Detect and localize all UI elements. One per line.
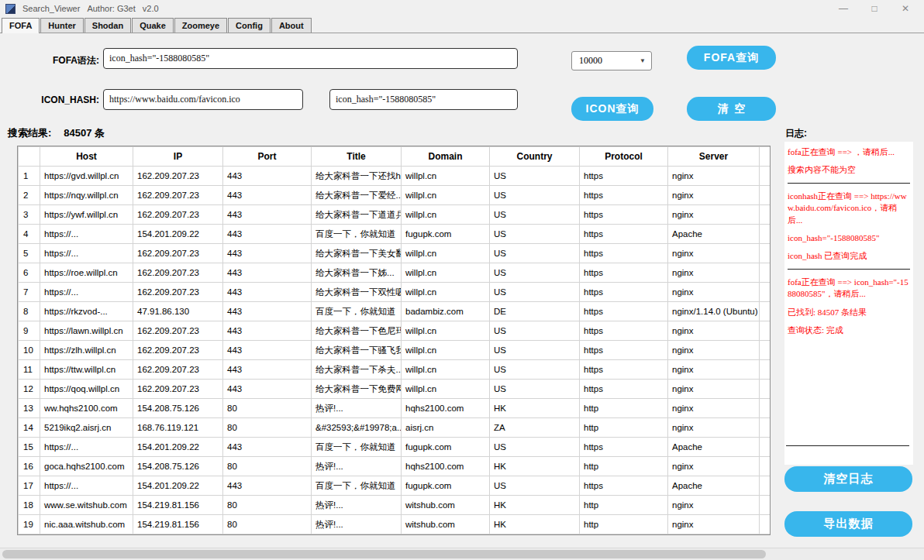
table-row[interactable]: 4https://...154.201.209.22443百度一下，你就知道fu… (19, 225, 771, 244)
table-row[interactable]: 8https://rkzvod-...47.91.86.130443百度一下，你… (19, 302, 771, 321)
table-row[interactable]: 13ww.hqhs2100.com154.208.75.12680热评!...h… (19, 399, 771, 418)
row-stub (760, 263, 771, 283)
clear-button[interactable]: 清空 (687, 97, 776, 121)
tab-about[interactable]: About (271, 18, 312, 33)
fofa-query-button[interactable]: FOFA查询 (687, 46, 776, 70)
cell-server: nginx (668, 515, 760, 534)
tab-config[interactable]: Config (228, 18, 271, 33)
cell-port: 443 (223, 341, 312, 360)
row-stub (760, 186, 771, 205)
row-stub (760, 399, 771, 418)
row-index: 18 (19, 496, 40, 515)
cell-country: US (490, 225, 580, 244)
table-row[interactable]: 2https://nqy.willpl.cn162.209.207.23443给… (19, 186, 771, 205)
cell-server: nginx/1.14.0 (Ubuntu) (668, 302, 760, 321)
table-row[interactable]: 11https://ttw.willpl.cn162.209.207.23443… (19, 360, 771, 380)
tab-zoomeye[interactable]: Zoomeye (174, 18, 227, 33)
cell-server: nginx (668, 205, 760, 225)
titlebar: Search_Viewer Author: G3et v2.0 — □ ✕ (0, 0, 924, 17)
cell-server: nginx (668, 263, 760, 283)
results-label: 搜索结果: (8, 127, 51, 139)
icon-url-input[interactable] (103, 89, 303, 110)
row-index: 6 (19, 263, 40, 283)
table-row[interactable]: 15https://...154.201.209.22443百度一下，你就知道f… (19, 438, 771, 457)
cell-host: https://gvd.willpl.cn (40, 167, 133, 186)
cell-domain: fugupk.com (402, 476, 490, 496)
cell-title: 热评!... (312, 496, 402, 515)
cell-host: https://lawn.willpl.cn (40, 321, 133, 341)
icon-query-button[interactable]: ICON查询 (571, 97, 653, 121)
cell-protocol: https (580, 186, 668, 205)
results-table-grid: HostIPPortTitleDomainCountryProtocolServ… (18, 146, 771, 534)
cell-server: nginx (668, 360, 760, 380)
close-button[interactable]: ✕ (890, 0, 921, 17)
cell-ip: 162.209.207.23 (133, 321, 223, 341)
table-row[interactable]: 16goca.hqhs2100.com154.208.75.12680热评!..… (19, 457, 771, 476)
table-row[interactable]: 9https://lawn.willpl.cn162.209.207.23443… (19, 321, 771, 341)
cell-protocol: https (580, 438, 668, 457)
cell-protocol: https (580, 263, 668, 283)
row-index: 16 (19, 457, 40, 476)
tab-hunter[interactable]: Hunter (40, 18, 83, 33)
row-index: 8 (19, 302, 40, 321)
table-row[interactable]: 17https://...154.201.209.22443百度一下，你就知道f… (19, 476, 771, 496)
cell-ip: 162.209.207.23 (133, 244, 223, 263)
table-row[interactable]: 7https://...162.209.207.23443给大家科普一下双性吸.… (19, 283, 771, 302)
icon-hash-input[interactable] (329, 89, 518, 110)
cell-port: 80 (223, 496, 312, 515)
cell-ip: 154.201.209.22 (133, 438, 223, 457)
fofa-syntax-input[interactable] (103, 48, 518, 69)
cell-country: DE (490, 302, 580, 321)
table-row[interactable]: 3https://ywf.willpl.cn162.209.207.23443给… (19, 205, 771, 225)
log-entry: icon_hash 已查询完成 (788, 250, 910, 262)
log-divider (788, 269, 910, 270)
maximize-button[interactable]: □ (859, 0, 890, 17)
cell-protocol: https (580, 205, 668, 225)
table-row[interactable]: 1https://gvd.willpl.cn162.209.207.23443给… (19, 167, 771, 186)
cell-port: 443 (223, 476, 312, 496)
minimize-button[interactable]: — (828, 0, 859, 17)
row-index: 10 (19, 341, 40, 360)
cell-title: 给大家科普一下还找h... (312, 167, 402, 186)
log-divider (788, 183, 910, 184)
table-row[interactable]: 10https://zlh.willpl.cn162.209.207.23443… (19, 341, 771, 360)
row-index: 4 (19, 225, 40, 244)
tab-shodan[interactable]: Shodan (84, 18, 131, 33)
tab-quake[interactable]: Quake (132, 18, 174, 33)
cell-domain: willpl.cn (402, 244, 490, 263)
cell-server: Apache (668, 438, 760, 457)
cell-server: nginx (668, 341, 760, 360)
cell-protocol: http (580, 515, 668, 534)
app-title: Search_Viewer (22, 4, 80, 13)
table-row[interactable]: 6https://roe.willpl.cn162.209.207.23443给… (19, 263, 771, 283)
table-row[interactable]: 5https://...162.209.207.23443给大家科普一下美女翻.… (19, 244, 771, 263)
table-row[interactable]: 18www.se.witshub.com154.219.81.15680热评!.… (19, 496, 771, 515)
row-index: 17 (19, 476, 40, 496)
cell-title: 给大家科普一下道道兵... (312, 205, 402, 225)
table-row[interactable]: 19nic.aaa.witshub.com154.219.81.15680热评!… (19, 515, 771, 534)
log-panel[interactable]: fofa正在查询 ==> ，请稍后...搜索内容不能为空iconhash正在查询… (784, 142, 913, 465)
cell-ip: 154.201.209.22 (133, 225, 223, 244)
cell-domain: willpl.cn (402, 380, 490, 399)
page-size-select[interactable]: 10000 ▼ (571, 51, 652, 70)
log-entry: 已找到: 84507 条结果 (788, 307, 910, 318)
cell-ip: 162.209.207.23 (133, 205, 223, 225)
cell-domain: willpl.cn (402, 186, 490, 205)
col-header-stub (760, 147, 771, 167)
table-row[interactable]: 145219ikq2.aisrj.cn168.76.119.12180&#325… (19, 418, 771, 438)
table-row[interactable]: 12https://qoq.willpl.cn162.209.207.23443… (19, 380, 771, 399)
horizontal-scrollbar[interactable] (0, 548, 924, 560)
log-entry: 查询状态: 完成 (788, 325, 910, 336)
scrollbar-thumb[interactable] (2, 550, 766, 558)
row-stub (760, 380, 771, 399)
cell-domain: hqhs2100.com (402, 457, 490, 476)
row-index: 9 (19, 321, 40, 341)
results-bar: 搜索结果:84507 条 (8, 126, 105, 140)
log-entry: 搜索内容不能为空 (788, 164, 910, 176)
export-data-button[interactable]: 导出数据 (784, 511, 912, 537)
tab-fofa[interactable]: FOFA (2, 18, 40, 33)
cell-title: 百度一下，你就知道 (312, 302, 402, 321)
app-version: v2.0 (143, 4, 159, 13)
cell-host: https://ywf.willpl.cn (40, 205, 133, 225)
clear-log-button[interactable]: 清空日志 (784, 466, 912, 492)
